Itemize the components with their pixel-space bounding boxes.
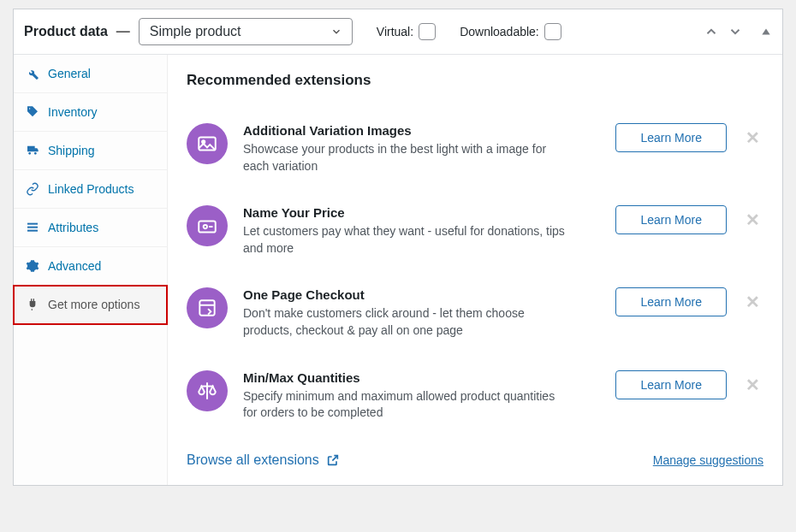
panel-title: Product data — [24, 24, 108, 39]
svg-rect-9 — [199, 301, 214, 316]
extension-desc: Don't make customers click around - let … — [243, 305, 568, 339]
dismiss-button[interactable]: ✕ — [742, 292, 763, 312]
svg-rect-4 — [27, 227, 38, 228]
wrench-icon — [26, 67, 39, 80]
svg-rect-5 — [27, 230, 38, 232]
downloadable-group: Downloadable: — [460, 23, 561, 40]
sidebar-item-label: Get more options — [48, 298, 140, 311]
sidebar-item-label: General — [48, 67, 91, 80]
extension-desc: Showcase your products in the best light… — [243, 141, 568, 174]
sidebar: General Inventory Shipping Linked Produc… — [14, 55, 168, 485]
image-icon — [187, 123, 228, 164]
browse-all-extensions-link[interactable]: Browse all extensions — [187, 452, 340, 468]
product-type-select-wrap: Simple product — [139, 18, 353, 45]
extension-info: Additional Variation Images Showcase you… — [243, 123, 600, 174]
sidebar-item-inventory[interactable]: Inventory — [14, 93, 167, 132]
downloadable-label: Downloadable: — [460, 25, 539, 38]
sidebar-item-advanced[interactable]: Advanced — [14, 247, 167, 286]
svg-marker-0 — [762, 29, 769, 35]
list-icon — [26, 221, 39, 234]
sidebar-item-general[interactable]: General — [14, 55, 167, 93]
sidebar-item-shipping[interactable]: Shipping — [14, 132, 167, 170]
extension-actions: Learn More ✕ — [615, 370, 763, 399]
external-link-icon — [326, 453, 340, 467]
virtual-group: Virtual: — [377, 23, 436, 40]
dismiss-button[interactable]: ✕ — [742, 375, 763, 395]
extension-actions: Learn More ✕ — [615, 205, 763, 234]
panel-body: General Inventory Shipping Linked Produc… — [14, 55, 782, 485]
svg-point-1 — [28, 152, 31, 155]
move-down-button[interactable] — [728, 24, 743, 39]
scale-icon — [187, 370, 228, 411]
learn-more-button[interactable]: Learn More — [615, 287, 727, 316]
extension-row: Min/Max Quantities Specify minimum and m… — [187, 355, 763, 437]
extension-title: One Page Checkout — [243, 287, 600, 302]
extension-title: Name Your Price — [243, 205, 600, 220]
content-area: Recommended extensions Additional Variat… — [168, 55, 782, 485]
product-type-value: Simple product — [150, 24, 241, 38]
learn-more-button[interactable]: Learn More — [615, 123, 727, 152]
virtual-label: Virtual: — [377, 25, 413, 38]
section-title: Recommended extensions — [187, 72, 763, 89]
extension-info: Name Your Price Let customers pay what t… — [243, 205, 600, 257]
truck-icon — [26, 144, 39, 157]
gear-icon — [26, 259, 39, 273]
product-type-select[interactable]: Simple product — [139, 18, 353, 45]
extension-row: Name Your Price Let customers pay what t… — [187, 190, 763, 272]
price-icon — [187, 205, 228, 246]
collapse-button[interactable] — [760, 26, 772, 38]
sidebar-item-label: Attributes — [48, 221, 98, 234]
downloadable-checkbox[interactable] — [544, 23, 561, 40]
tag-icon — [26, 105, 39, 119]
extension-info: Min/Max Quantities Specify minimum and m… — [243, 370, 600, 422]
extension-title: Additional Variation Images — [243, 123, 600, 138]
dismiss-button[interactable]: ✕ — [742, 210, 763, 230]
sidebar-item-label: Inventory — [48, 105, 98, 119]
sidebar-item-attributes[interactable]: Attributes — [14, 209, 167, 247]
extension-title: Min/Max Quantities — [243, 370, 600, 385]
manage-suggestions-link[interactable]: Manage suggestions — [653, 453, 763, 467]
footer-links: Browse all extensions Manage suggestions — [187, 437, 763, 468]
extension-actions: Learn More ✕ — [615, 287, 763, 316]
panel-header: Product data — Simple product Virtual: D… — [14, 9, 782, 55]
title-dash: — — [116, 24, 130, 39]
browse-label: Browse all extensions — [187, 452, 319, 468]
extension-desc: Specify minimum and maximum allowed prod… — [243, 388, 568, 422]
svg-rect-3 — [27, 223, 38, 225]
move-up-button[interactable] — [704, 24, 719, 39]
plug-icon — [26, 298, 39, 311]
dismiss-button[interactable]: ✕ — [742, 127, 763, 148]
learn-more-button[interactable]: Learn More — [615, 370, 727, 399]
sidebar-item-label: Shipping — [48, 144, 95, 157]
header-controls — [704, 24, 772, 39]
product-data-panel: Product data — Simple product Virtual: D… — [13, 9, 783, 486]
extension-info: One Page Checkout Don't make customers c… — [243, 287, 600, 339]
sidebar-item-label: Linked Products — [48, 182, 134, 196]
sidebar-item-label: Advanced — [48, 259, 101, 273]
learn-more-button[interactable]: Learn More — [615, 205, 727, 234]
sidebar-item-get-more-options[interactable]: Get more options — [14, 286, 167, 324]
link-icon — [26, 182, 39, 196]
page-icon — [187, 287, 228, 328]
svg-point-2 — [34, 152, 37, 155]
extension-desc: Let customers pay what they want - usefu… — [243, 223, 568, 257]
extension-row: One Page Checkout Don't make customers c… — [187, 272, 763, 354]
virtual-checkbox[interactable] — [419, 23, 436, 40]
sidebar-item-linked-products[interactable]: Linked Products — [14, 170, 167, 209]
extension-row: Additional Variation Images Showcase you… — [187, 108, 763, 190]
extension-actions: Learn More ✕ — [615, 123, 763, 152]
